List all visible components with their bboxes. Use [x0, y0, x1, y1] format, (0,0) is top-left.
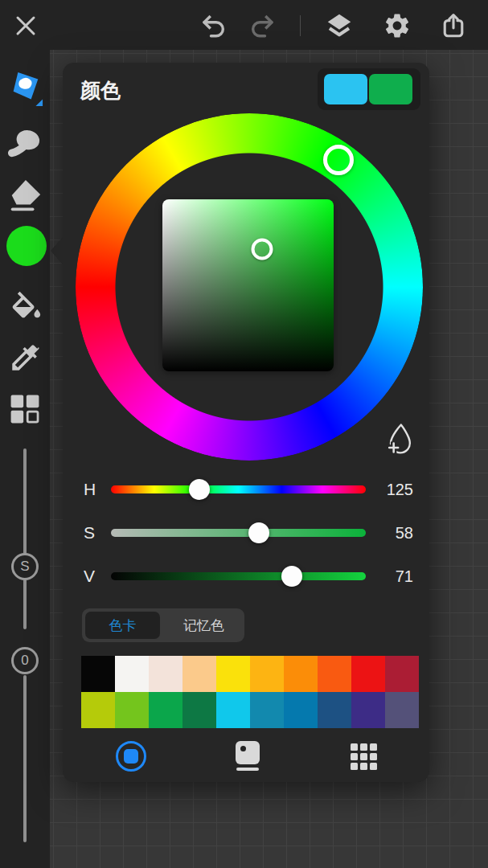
palette-swatch[interactable]	[318, 692, 351, 728]
tab-active[interactable]: 色卡	[85, 612, 160, 639]
close-icon	[14, 14, 38, 38]
tool-eyedropper[interactable]	[6, 339, 43, 376]
hsv-slider-knob[interactable]	[281, 566, 302, 587]
color-panel: 颜色 H125S58V71 色卡记忆色	[63, 63, 429, 782]
palette-tabs: 色卡记忆色	[82, 608, 244, 642]
palette-swatch[interactable]	[351, 656, 385, 692]
size-slider-handle[interactable]: S	[11, 553, 39, 580]
panel-pointer-arrow	[51, 237, 63, 264]
palette-swatch[interactable]	[149, 692, 182, 728]
palette-swatch[interactable]	[81, 656, 115, 692]
palette-swatch[interactable]	[115, 692, 149, 728]
swatch-grid-icon	[7, 391, 43, 427]
palette-swatch[interactable]	[81, 692, 115, 728]
top-toolbar	[0, 0, 488, 50]
saturation-value-square[interactable]	[162, 199, 334, 371]
hsv-slider-label: S	[79, 523, 111, 542]
palette-swatch[interactable]	[149, 656, 182, 692]
layers-icon	[325, 10, 354, 41]
hsv-slider-track[interactable]	[111, 485, 366, 493]
hsv-slider-label: H	[79, 480, 111, 499]
palette-swatch[interactable]	[182, 692, 216, 728]
hsv-slider-knob[interactable]	[189, 479, 210, 500]
layers-button[interactable]	[325, 11, 354, 40]
hsv-slider-value: 58	[366, 524, 415, 542]
redo-icon	[248, 12, 276, 39]
hsv-slider-label: V	[79, 567, 111, 586]
tab-inactive[interactable]: 记忆色	[166, 612, 241, 639]
brush-icon	[6, 69, 43, 108]
hsv-sliders: H125S58V71	[79, 468, 415, 598]
hsv-slider-value: 71	[366, 567, 415, 586]
tool-eraser[interactable]	[6, 178, 43, 215]
hsv-slider-knob[interactable]	[248, 522, 269, 543]
gear-icon	[383, 11, 412, 40]
palette-swatch[interactable]	[250, 692, 284, 728]
undo-icon	[200, 12, 228, 39]
palette-swatch[interactable]	[284, 692, 318, 728]
redo-button[interactable]	[248, 11, 277, 40]
palette-grid	[81, 656, 419, 728]
mode-wheel-button[interactable]	[111, 736, 151, 776]
palette-swatch[interactable]	[284, 656, 318, 692]
tool-swatch-grid[interactable]	[6, 391, 43, 428]
hue-ring-knob[interactable]	[323, 145, 354, 175]
hsv-slider-value: 125	[366, 481, 415, 499]
fill-bucket-icon	[6, 287, 43, 324]
recent-color-swatch[interactable]	[324, 74, 367, 104]
share-button[interactable]	[439, 11, 468, 40]
grid-mode-icon	[351, 743, 377, 770]
palette-swatch[interactable]	[318, 656, 351, 692]
toolbar-divider	[300, 15, 301, 36]
hsv-slider-track[interactable]	[111, 529, 366, 537]
size-slider-track[interactable]	[23, 448, 27, 629]
card-mode-icon	[236, 741, 260, 772]
hsv-slider-row: H125	[79, 468, 415, 511]
palette-swatch[interactable]	[385, 692, 419, 728]
eraser-icon	[6, 178, 43, 215]
droplet-plus-icon	[382, 420, 417, 456]
hsv-slider-row: V71	[79, 555, 415, 598]
palette-swatch[interactable]	[250, 656, 284, 692]
close-button[interactable]	[11, 11, 40, 40]
hsv-slider-row: S58	[79, 511, 415, 555]
recent-colors	[318, 68, 420, 110]
panel-title: 颜色	[80, 77, 121, 104]
hsv-slider-track[interactable]	[111, 572, 366, 580]
add-color-button[interactable]	[381, 420, 418, 457]
palette-swatch[interactable]	[216, 656, 250, 692]
recent-color-swatch[interactable]	[369, 74, 412, 104]
opacity-slider-handle[interactable]: 0	[11, 647, 39, 674]
tool-smudge[interactable]	[6, 124, 43, 161]
palette-swatch[interactable]	[351, 692, 385, 728]
palette-swatch[interactable]	[182, 656, 216, 692]
palette-swatch[interactable]	[115, 656, 149, 692]
saturation-value-knob[interactable]	[251, 239, 273, 260]
tool-sidebar: S 0	[0, 50, 50, 868]
tool-current-color[interactable]	[6, 226, 47, 266]
wheel-mode-icon	[116, 741, 146, 772]
tool-brush[interactable]	[6, 70, 43, 107]
opacity-slider-track[interactable]	[23, 675, 27, 842]
mode-grid-button[interactable]	[343, 736, 383, 776]
undo-button[interactable]	[199, 11, 228, 40]
smudge-icon	[6, 124, 43, 161]
mode-card-button[interactable]	[228, 736, 268, 776]
eyedropper-icon	[8, 341, 42, 375]
tool-fill-bucket[interactable]	[6, 287, 43, 324]
palette-swatch[interactable]	[385, 656, 419, 692]
settings-button[interactable]	[383, 11, 412, 40]
share-icon	[440, 12, 467, 39]
palette-swatch[interactable]	[216, 692, 250, 728]
